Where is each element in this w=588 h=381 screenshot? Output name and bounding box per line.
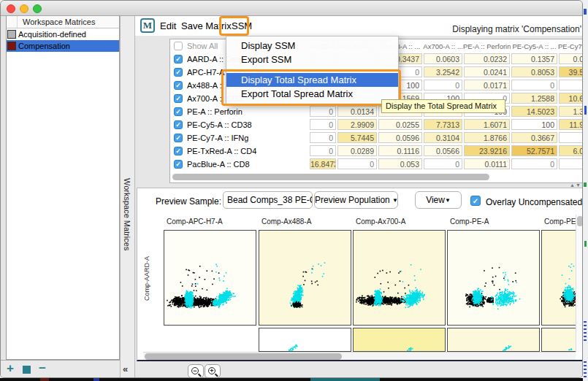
parameter-checkbox[interactable]: ✓ [174,94,183,103]
scatter-plot[interactable] [259,328,351,352]
plots-horizontal-scrollbar[interactable] [143,352,576,361]
matrix-value-cell[interactable]: 1.6071 [463,118,511,131]
matrix-value-cell[interactable]: 0 [511,79,558,92]
collapse-panel-button[interactable]: « [123,363,128,374]
plots-vertical-scrollbar[interactable] [576,215,583,352]
workspace-matrices-title: Workspace Matrices [18,16,119,28]
matrix-value-cell[interactable]: 0.3667 [511,131,558,145]
remove-matrix-button[interactable]: − [39,361,46,376]
matrix-value-cell[interactable]: 0.0134 [337,105,378,118]
matrix-row: ✓PE-A :: Perforin00.013410014.50231.3 [170,105,582,118]
matrix-value-cell[interactable]: 1.8766 [463,131,511,145]
matrix-column-header: PE-Cy7-... [558,39,583,53]
scatter-plot[interactable] [541,230,576,326]
matrix-name: Acquisition-defined [18,30,86,39]
matrix-value-cell[interactable]: 0 [309,105,337,118]
scatter-plot[interactable] [353,230,446,326]
matrix-value-cell[interactable] [558,131,583,145]
matrix-value-cell[interactable]: 1.2588 [511,92,558,105]
matrix-value-cell[interactable]: 0.0232 [463,53,511,66]
matrix-list-item[interactable]: Compensation [7,40,119,52]
preview-sample-combo[interactable]: Bead Comps_38 PE-Cy5 [223,191,313,209]
show-all-label: Show All [187,42,218,50]
matrix-value-cell[interactable]: 0.0241 [463,66,511,79]
scatter-plot[interactable] [447,230,540,326]
matrix-value-cell[interactable]: 0.1116 [378,145,423,158]
matrix-value-cell[interactable]: 100 [511,118,558,131]
parameter-checkbox[interactable]: ✓ [174,120,183,129]
scatter-plot[interactable] [353,328,446,352]
minimize-window-button[interactable] [20,4,28,13]
matrix-hscroll-thumb[interactable] [172,174,489,180]
matrix-value-cell[interactable]: 7.7313 [423,118,463,131]
matrix-horizontal-scrollbar[interactable] [172,173,581,181]
zoom-window-button[interactable] [33,4,42,13]
scatter-plot[interactable] [447,328,540,352]
matrix-value-cell[interactable]: 5.7445 [337,131,378,145]
add-matrix-button[interactable]: + [7,361,14,376]
scatter-plot[interactable] [259,230,351,326]
matrix-list-item[interactable]: Acquisition-defined [7,28,119,40]
overlay-uncompensated-checkbox[interactable]: ✓ [470,196,481,206]
matrix-value-cell[interactable]: 0.0 [558,53,583,66]
parameter-checkbox[interactable]: ✓ [174,107,183,116]
plots-hscroll-thumb[interactable] [145,353,342,360]
matrix-value-cell[interactable]: 39.5 [558,66,583,79]
matrix-value-cell[interactable] [558,158,583,171]
close-window-button[interactable] [7,4,15,13]
splitter-arrows-icon[interactable]: ▲▼ [570,182,581,188]
matrix-value-cell[interactable]: 0 [423,79,463,92]
plot-title: Comp-Ax700-A [356,218,405,226]
matrix-value-cell[interactable]: 6.0 [558,145,583,158]
matrix-value-cell[interactable]: 14.5023 [511,105,558,118]
matrix-value-cell[interactable]: 0 [337,158,378,171]
matrix-column-header: PE-Cy5-A :: ... [511,39,558,53]
matrix-value-cell[interactable]: 0.8053 [511,66,558,79]
matrix-value-cell[interactable]: 11.9 [558,118,583,131]
parameter-checkbox[interactable]: ✓ [174,55,183,64]
matrix-value-cell[interactable]: 0.1357 [511,53,558,66]
preview-population-button[interactable]: Preview Population ▼ [314,191,398,209]
matrix-value-cell[interactable]: 0 [309,118,337,131]
matrix-value-cell[interactable]: 0 [309,131,337,145]
matrix-value-cell[interactable]: 0.0596 [378,131,423,145]
zoom-out-button[interactable]: − [188,364,204,378]
duplicate-matrix-icon[interactable] [23,366,31,374]
parameter-checkbox[interactable]: ✓ [174,68,183,77]
matrix-value-cell[interactable]: 0 [423,158,463,171]
matrix-value-cell[interactable]: 0.0171 [463,79,511,92]
parameter-label: PE-Cy5-A :: CD38 [187,120,252,129]
matrix-value-cell[interactable]: 0.3104 [423,131,463,145]
matrix-value-cell[interactable]: 0.0111 [463,158,511,171]
matrix-value-cell[interactable]: 16.8473 [309,158,337,171]
matrix-value-cell[interactable]: 1.3 [558,105,583,118]
matrix-value-cell[interactable]: 0.0255 [378,118,423,131]
parameter-checkbox[interactable]: ✓ [174,147,183,155]
menu-edit[interactable]: Edit [160,20,176,31]
matrix-value-cell[interactable] [558,79,583,92]
matrix-value-cell[interactable]: 0 [309,145,337,158]
matrix-value-cell[interactable]: 23.9216 [463,145,511,158]
menu-item-display-ssm[interactable]: Display SSM [226,39,398,53]
matrix-value-cell[interactable]: 0.0603 [423,53,463,66]
parameter-checkbox[interactable]: ✓ [174,134,183,142]
parameter-checkbox[interactable]: ✓ [174,160,183,169]
plots-vscroll-thumb[interactable] [577,216,583,226]
matrix-value-cell[interactable]: 0.0566 [423,145,463,158]
matrix-value-cell[interactable]: 0.053 [378,158,423,171]
menu-item-export-ssm[interactable]: Export SSM [226,53,398,66]
scatter-plot[interactable] [164,230,256,326]
matrix-value-cell[interactable]: 2.9909 [337,118,378,131]
zoom-in-button[interactable]: + [205,364,221,378]
parameter-checkbox[interactable]: ✓ [174,81,183,90]
matrix-value-cell[interactable]: 10.6 [558,92,583,105]
matrix-column-header: Ax700-A :: ... [423,39,463,53]
vertical-tab-label: Workspace Matrices [123,178,131,250]
matrix-value-cell[interactable]: 0.0289 [337,145,378,158]
scatter-plot[interactable] [541,328,576,352]
matrix-value-cell[interactable]: 3.2542 [423,66,463,79]
show-all-checkbox[interactable] [174,42,183,50]
matrix-value-cell[interactable]: 52.7571 [511,145,558,158]
view-button[interactable]: View▼ [415,191,462,209]
matrix-value-cell[interactable]: 0 [511,158,558,171]
